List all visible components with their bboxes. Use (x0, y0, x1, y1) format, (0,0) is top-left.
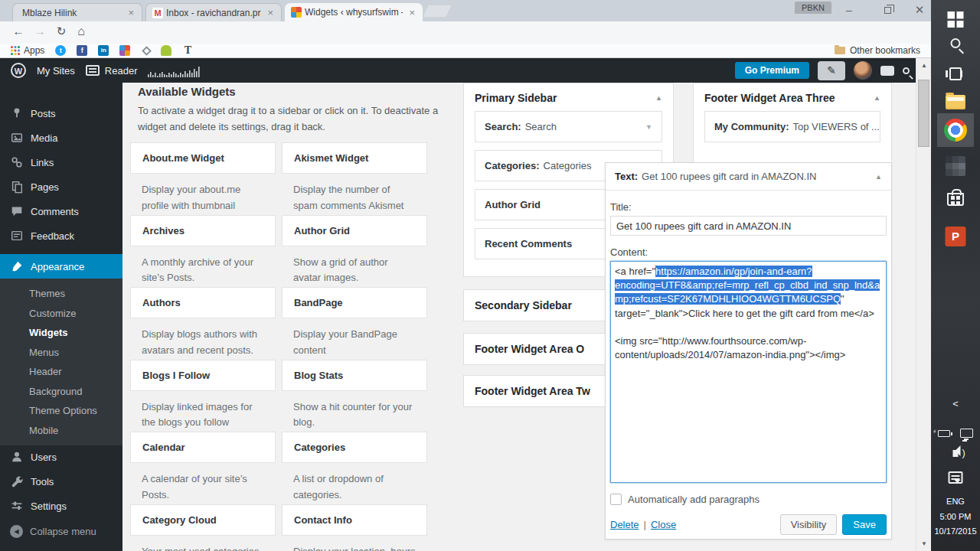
go-premium-button[interactable]: Go Premium (735, 62, 809, 79)
widget-card[interactable]: Contact Info (282, 504, 427, 536)
network-icon[interactable] (960, 429, 973, 438)
language-indicator[interactable]: ENG (946, 497, 965, 506)
widget-card[interactable]: Akismet Widget (282, 142, 427, 174)
widget-card[interactable]: BandPage (282, 287, 427, 318)
windows-store-icon[interactable] (947, 193, 964, 206)
sidebar-widget-bar[interactable]: Search:Search▼ (475, 111, 662, 142)
sidebar-item-tools[interactable]: Tools (0, 469, 122, 494)
t-bookmark-icon[interactable]: T (182, 45, 193, 56)
start-button-icon[interactable] (948, 11, 964, 28)
chevron-down-icon[interactable]: ▼ (645, 123, 652, 131)
widget-card[interactable]: About.me Widget (130, 142, 276, 174)
home-icon[interactable]: ⌂ (72, 24, 90, 41)
scrollbar-thumb[interactable] (918, 80, 929, 147)
new-tab-button[interactable] (423, 5, 452, 17)
widget-title-input[interactable] (610, 216, 887, 236)
scroll-down-icon[interactable]: ▼ (916, 540, 932, 547)
close-link[interactable]: Close (651, 519, 676, 530)
other-bookmarks[interactable]: Other bookmarks (835, 45, 920, 56)
autop-checkbox[interactable] (610, 494, 622, 505)
my-sites-menu[interactable]: My Sites (37, 65, 75, 77)
game-app-icon[interactable] (946, 156, 965, 176)
profile-badge[interactable]: PBKN (795, 2, 831, 14)
reload-icon[interactable]: ↻ (52, 24, 70, 41)
chrome-taskbar-icon[interactable] (944, 119, 967, 142)
chevron-down-icon[interactable]: ▼ (880, 123, 880, 131)
collapse-menu-button[interactable]: ◀ Collapse menu (0, 520, 122, 543)
text-widget-header[interactable]: Text: Get 100 rupees gift card in AMAZON… (606, 163, 891, 191)
site-bookmark-icon[interactable] (119, 45, 130, 56)
widget-card[interactable]: Categories (282, 432, 427, 463)
sidebar-item-pages[interactable]: Pages (0, 174, 122, 199)
back-icon[interactable]: ← (9, 24, 28, 41)
submenu-item-widgets[interactable]: Widgets (0, 323, 122, 343)
widget-card[interactable]: Archives (130, 215, 276, 246)
sidebar-item-feedback[interactable]: Feedback (0, 223, 122, 248)
user-avatar[interactable] (854, 61, 872, 80)
tab-close-icon[interactable]: × (126, 7, 136, 18)
stats-sparkline-icon[interactable] (148, 64, 201, 77)
sidebar-item-posts[interactable]: Posts (0, 101, 122, 126)
visibility-button[interactable]: Visibility (780, 514, 838, 535)
powerpoint-icon[interactable]: P (946, 227, 966, 246)
submenu-item-mobile[interactable]: Mobile (0, 421, 122, 441)
android-bookmark-icon[interactable] (161, 45, 172, 56)
page-scrollbar[interactable]: ▲ ▼ (916, 58, 931, 551)
collapse-panel-icon[interactable]: ▲ (874, 94, 880, 102)
sidebar-item-appearance[interactable]: Appearance (0, 254, 122, 279)
widget-card[interactable]: Blog Stats (282, 360, 427, 391)
widget-card[interactable]: Category Cloud (130, 504, 276, 536)
tab-widgets-active[interactable]: Widgets ‹ whysurfswim — × (285, 3, 423, 21)
volume-icon[interactable] (953, 450, 959, 457)
submenu-item-theme-options[interactable]: Theme Options (0, 401, 122, 421)
apps-shortcut[interactable]: Apps (11, 45, 44, 56)
tab-close-icon[interactable]: × (407, 7, 416, 18)
submenu-item-header[interactable]: Header (0, 362, 122, 382)
collapse-panel-icon[interactable]: ▲ (655, 94, 662, 102)
sidebar-item-users[interactable]: Users (0, 445, 122, 469)
widget-card[interactable]: Blogs I Follow (130, 360, 276, 391)
save-button[interactable]: Save (842, 514, 887, 535)
widget-content-textarea[interactable]: <a href="https://amazon.in/gp/join-and-e… (610, 261, 887, 483)
twitter-bookmark-icon[interactable]: t (55, 45, 66, 56)
tab-gmail[interactable]: M Inbox - ravichandran.prab × (145, 3, 282, 21)
sidebar-item-settings[interactable]: Settings (0, 494, 122, 518)
chevron-up-icon[interactable]: ▲ (875, 173, 882, 181)
facebook-bookmark-icon[interactable]: f (77, 45, 87, 56)
sidebar-item-media[interactable]: Media (0, 126, 122, 150)
primary-sidebar-header[interactable]: Primary Sidebar ▲ (464, 83, 673, 111)
widget-card[interactable]: Author Grid (282, 215, 427, 246)
delete-link[interactable]: Delete (610, 519, 639, 530)
widget-card[interactable]: Calendar (130, 432, 276, 463)
reader-menu[interactable]: Reader (86, 65, 138, 77)
widget-card[interactable]: Authors (130, 287, 276, 318)
submenu-item-menus[interactable]: Menus (0, 343, 122, 363)
submenu-item-themes[interactable]: Themes (0, 284, 122, 304)
hidden-icons-chevron[interactable]: < (952, 398, 959, 409)
restore-button[interactable] (873, 0, 902, 20)
admin-search-icon[interactable] (903, 67, 910, 74)
diamond-bookmark-icon[interactable] (142, 46, 152, 56)
submenu-item-customize[interactable]: Customize (0, 304, 122, 324)
file-explorer-icon[interactable] (946, 95, 965, 109)
footer-three-header[interactable]: Footer Widget Area Three ▲ (694, 83, 891, 111)
action-center-icon[interactable] (949, 471, 963, 484)
submenu-item-background[interactable]: Background (0, 382, 122, 402)
my-community-widget[interactable]: My Community: Top VIEWERS of ... ▼ (704, 111, 880, 142)
tab-close-icon[interactable]: × (266, 7, 275, 18)
forward-icon[interactable]: → (31, 24, 49, 41)
taskbar-search-icon[interactable] (951, 38, 961, 48)
battery-icon[interactable] (938, 430, 950, 437)
wp-logo-menu[interactable]: W (11, 63, 26, 78)
clock-time[interactable]: 5:00 PM (940, 512, 972, 521)
tab-mblaze[interactable]: Mblaze Hilink × (12, 3, 142, 21)
new-post-icon[interactable]: ✎ (818, 61, 845, 80)
close-button[interactable]: ✕ (905, 0, 934, 20)
scroll-up-icon[interactable]: ▲ (916, 62, 932, 69)
task-view-icon[interactable] (949, 67, 962, 80)
sidebar-item-comments[interactable]: Comments (0, 199, 122, 223)
linkedin-bookmark-icon[interactable]: in (98, 45, 109, 56)
clock-date[interactable]: 10/17/2015 (934, 527, 976, 536)
notifications-icon[interactable] (880, 66, 894, 76)
sidebar-item-links[interactable]: Links (0, 150, 122, 174)
